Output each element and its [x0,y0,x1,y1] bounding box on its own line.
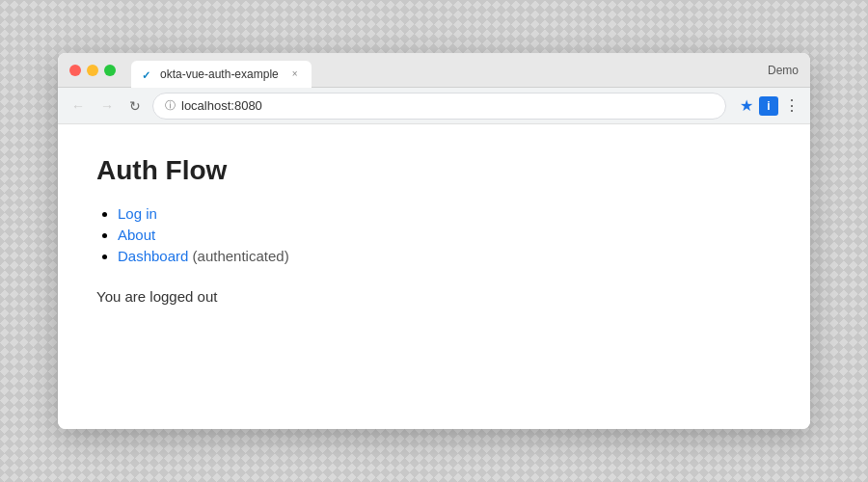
more-menu-icon[interactable]: ⋮ [784,96,800,115]
info-button[interactable]: i [759,96,778,116]
about-link[interactable]: About [118,227,155,243]
list-item: Dashboard (authenticated) [118,248,772,265]
tab-area: okta-vue-auth-example × [131,57,768,84]
address-bar: ← → ↻ ⓘ localhost:8080 ★ i ⋮ [58,88,810,124]
nav-list: Log in About Dashboard (authenticated) [96,205,772,265]
maximize-button[interactable] [104,65,116,76]
url-bar[interactable]: ⓘ localhost:8080 [152,93,726,120]
forward-button[interactable]: → [96,95,118,117]
dashboard-link[interactable]: Dashboard [118,248,188,264]
dashboard-suffix: (authenticated) [188,248,288,264]
active-tab[interactable]: okta-vue-auth-example × [131,61,312,88]
close-button[interactable] [69,65,81,76]
tab-close-button[interactable]: × [288,67,302,81]
back-button[interactable]: ← [68,95,89,117]
page-content: Auth Flow Log in About Dashboard (authen… [58,124,810,429]
okta-icon [142,68,153,80]
reload-button[interactable]: ↻ [125,96,145,116]
bookmark-icon[interactable]: ★ [740,96,753,115]
browser-window: okta-vue-auth-example × Demo ← → ↻ ⓘ loc… [58,53,810,429]
reload-icon: ↻ [129,98,141,114]
lock-icon: ⓘ [165,98,176,113]
minimize-button[interactable] [87,65,98,76]
forward-icon: → [100,98,114,114]
list-item: Log in [118,205,772,223]
url-text: localhost:8080 [181,98,262,113]
traffic-lights [69,65,116,76]
list-item: About [118,227,772,244]
tab-favicon [141,67,154,81]
title-bar: okta-vue-auth-example × Demo [58,53,810,88]
logged-out-status: You are logged out [96,288,772,305]
toolbar-icons: ★ i ⋮ [740,96,800,116]
tab-title: okta-vue-auth-example [160,67,279,81]
back-icon: ← [71,98,85,114]
info-icon-label: i [767,99,770,113]
demo-label: Demo [768,64,799,77]
login-link[interactable]: Log in [118,205,157,222]
page-title: Auth Flow [96,155,772,186]
